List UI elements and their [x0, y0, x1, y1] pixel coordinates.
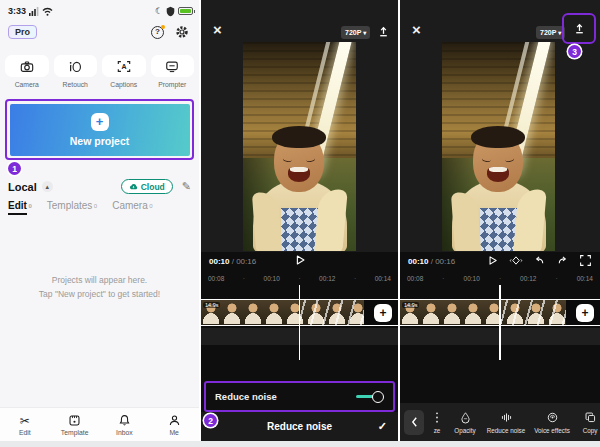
toolbar-item-copy[interactable]: Copy [575, 411, 600, 434]
local-label: Local [8, 181, 37, 193]
tab-count: 0 [149, 203, 152, 209]
video-frame [243, 42, 356, 251]
toolbar-item-voice-effects[interactable]: Voice effects [529, 411, 575, 434]
help-button[interactable]: ? [151, 26, 164, 39]
toolbar-item-partial[interactable]: ze [427, 411, 447, 434]
person-icon [168, 414, 181, 427]
prompter-icon [165, 60, 179, 73]
cloud-label: Cloud [141, 182, 165, 192]
signal-icon [29, 7, 39, 16]
play-icon[interactable] [486, 254, 499, 267]
time-current: 00:10 [408, 257, 428, 266]
tab-templates[interactable]: Templates 0 [47, 200, 97, 211]
tool-prompter[interactable]: Prompter [151, 55, 195, 88]
prompter-card[interactable] [151, 55, 195, 77]
fullscreen-icon[interactable] [579, 254, 592, 267]
new-project-button[interactable]: + New project [10, 104, 190, 156]
tab-camera[interactable]: Camera 0 [112, 200, 152, 211]
export-button[interactable] [572, 21, 587, 36]
svg-text:A: A [121, 63, 126, 70]
person-eye [505, 155, 515, 162]
ruler-tick: 00:12 [319, 275, 335, 282]
card-label: Retouch [54, 81, 98, 88]
card-label: Prompter [151, 81, 195, 88]
person-face [274, 130, 324, 192]
close-icon[interactable]: × [213, 22, 222, 37]
add-clip-button[interactable]: + [576, 304, 594, 322]
keyframe-icon[interactable] [509, 254, 523, 267]
settings-gear-icon[interactable] [175, 25, 189, 39]
captions-card[interactable]: A [102, 55, 146, 77]
export-button-highlight [562, 13, 596, 44]
resolution-value: 720P [540, 29, 556, 36]
tab-label: Templates [47, 200, 93, 211]
toolbar-back-button[interactable] [404, 410, 424, 435]
tool-camera[interactable]: Camera [5, 55, 49, 88]
person-eye [306, 155, 316, 162]
chevron-down-icon: ▾ [363, 30, 366, 36]
pro-badge[interactable]: Pro [8, 25, 37, 39]
local-header[interactable]: Local ▴ [8, 181, 53, 193]
toolbar-item-opacity[interactable]: Opacity [447, 411, 483, 434]
time-total: 00:16 [236, 257, 256, 266]
card-label: Camera [5, 81, 49, 88]
status-right: ☾ [155, 6, 193, 17]
wifi-icon [42, 7, 53, 16]
nav-inbox[interactable]: Inbox [106, 414, 142, 436]
bell-icon [118, 414, 131, 427]
tab-label: Camera [112, 200, 148, 211]
step-1-badge: 1 [8, 162, 21, 175]
scissors-icon: ✂ [20, 415, 30, 427]
play-button[interactable] [293, 253, 307, 267]
confirm-check-icon[interactable]: ✓ [378, 420, 387, 433]
person-mouth [487, 167, 509, 182]
reduce-noise-toggle[interactable] [356, 391, 384, 403]
chevron-down-icon: ▾ [558, 30, 561, 36]
ruler-dot: · [499, 275, 501, 282]
tool-label: Reduce noise [487, 427, 526, 434]
capcut-home-screen: 3:33 ☾ [0, 0, 199, 441]
nav-label: Template [61, 429, 89, 436]
close-icon[interactable]: × [412, 22, 421, 37]
card-label: Captions [102, 81, 146, 88]
retouch-card[interactable] [54, 55, 98, 77]
timeline-ruler[interactable]: 00:08 · 00:10 · 00:12 · 00:14 [201, 273, 398, 283]
ruler-tick: 00:08 [208, 275, 224, 282]
local-section-row: Local ▴ Cloud ✎ [8, 179, 191, 194]
tool-retouch[interactable]: Retouch [54, 55, 98, 88]
tab-edit[interactable]: Edit 0 [8, 200, 32, 215]
edit-pencil-icon[interactable]: ✎ [182, 181, 191, 192]
timecode: 00:10 / 00:16 [209, 257, 256, 266]
redo-icon[interactable] [556, 254, 569, 267]
export-icon [376, 24, 391, 39]
playhead[interactable] [499, 285, 501, 360]
tool-label: Voice effects [534, 427, 570, 434]
tab-count: 0 [28, 203, 31, 209]
video-frame [442, 42, 555, 251]
person-teeth [489, 167, 507, 172]
undo-icon[interactable] [533, 254, 546, 267]
video-preview[interactable] [243, 42, 356, 251]
resolution-button[interactable]: 720P ▾ [536, 26, 565, 39]
ruler-dot: · [243, 275, 245, 282]
new-project-highlight: + New project [5, 99, 194, 160]
clip-toolbar: ze Opacity [400, 403, 600, 441]
nav-template[interactable]: Template [57, 414, 93, 436]
video-preview[interactable] [442, 42, 555, 251]
camera-card[interactable] [5, 55, 49, 77]
clip-duration-badge: 14.9s [402, 302, 419, 308]
toolbar-item-reduce-noise[interactable]: Reduce noise [483, 411, 529, 434]
local-actions: Cloud ✎ [121, 179, 191, 194]
ruler-tick: 00:14 [577, 275, 593, 282]
tool-captions[interactable]: A Captions [102, 55, 146, 88]
nav-me[interactable]: Me [156, 414, 192, 436]
opacity-droplet-icon [459, 411, 472, 424]
resolution-button[interactable]: 720P ▾ [341, 26, 370, 39]
nav-edit[interactable]: ✂ Edit [7, 415, 43, 436]
playhead[interactable] [299, 285, 301, 360]
collapse-caret-icon[interactable]: ▴ [42, 181, 53, 192]
cloud-button[interactable]: Cloud [121, 179, 173, 194]
export-button[interactable] [376, 24, 391, 39]
timeline-ruler[interactable]: 00:08 · 00:10 · 00:12 · 00:14 [400, 273, 600, 283]
add-clip-button[interactable]: + [374, 304, 392, 322]
